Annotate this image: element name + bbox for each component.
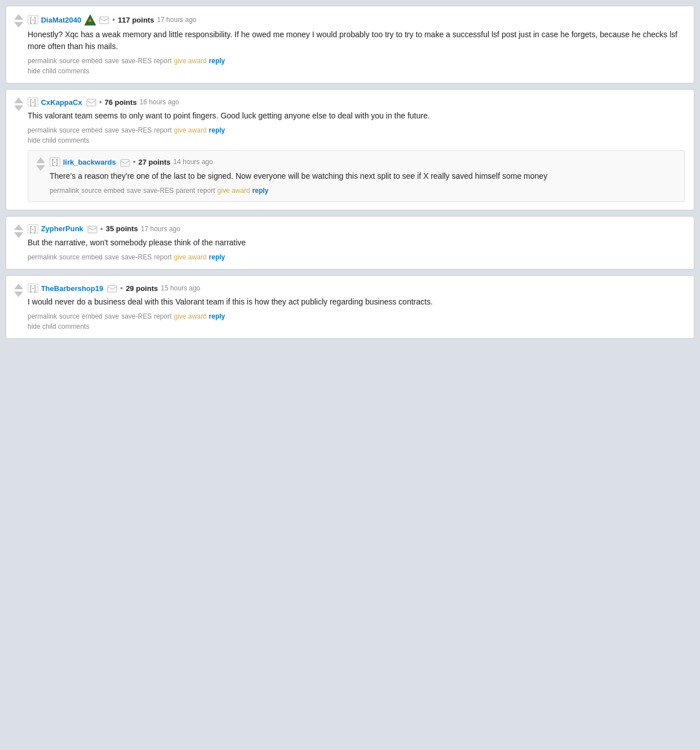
message-icon[interactable]: [106, 284, 117, 293]
action-permalink[interactable]: permalink: [28, 253, 57, 261]
username[interactable]: CxKappaCx: [41, 98, 82, 107]
username[interactable]: lirk_backwards: [63, 158, 116, 166]
upvote-button[interactable]: [14, 98, 23, 103]
action-source[interactable]: source: [59, 57, 79, 65]
comment-meta: [-] TheBarbershop19 • 29 points 15 hours…: [28, 284, 685, 293]
downvote-button[interactable]: [14, 292, 23, 297]
collapse-button[interactable]: [-]: [28, 224, 38, 233]
comment-actions: permalink source embed save save-RES rep…: [28, 312, 685, 320]
action-report[interactable]: report: [154, 312, 171, 320]
username[interactable]: DiaMat2040: [41, 16, 82, 24]
action-reply[interactable]: reply: [209, 312, 225, 320]
action-reply[interactable]: reply: [252, 187, 269, 195]
point-count: 117 points: [118, 16, 154, 24]
dot-separator: •: [100, 224, 103, 233]
action-reply[interactable]: reply: [209, 57, 225, 65]
action-reply[interactable]: reply: [209, 253, 225, 261]
message-icon[interactable]: [98, 15, 109, 24]
action-reply[interactable]: reply: [209, 126, 225, 134]
comment-actions: permalink source embed save save-RES rep…: [28, 253, 685, 261]
comment-text: Honestly? Xqc has a weak memory and litt…: [28, 29, 685, 52]
dot-separator: •: [99, 98, 102, 107]
action-give-award[interactable]: give award: [174, 57, 207, 65]
action-embed[interactable]: embed: [82, 126, 103, 134]
action-save[interactable]: save: [105, 312, 119, 320]
comment-text: This valorant team seems to only want to…: [28, 110, 685, 122]
action-permalink[interactable]: permalink: [28, 57, 57, 65]
comment-text: I would never do a business deal with th…: [28, 296, 685, 308]
collapse-button[interactable]: [-]: [28, 284, 38, 293]
action-embed[interactable]: embed: [82, 57, 103, 65]
collapse-button[interactable]: [-]: [28, 98, 38, 107]
action-give-award[interactable]: give award: [174, 253, 207, 261]
comment-actions: permalink source embed save save-RES rep…: [28, 126, 685, 134]
downvote-button[interactable]: [14, 105, 23, 111]
dot-separator: •: [120, 284, 123, 293]
action-source[interactable]: source: [59, 126, 79, 134]
hide-child-comments[interactable]: hide child comments: [28, 323, 685, 330]
action-report[interactable]: report: [154, 253, 171, 261]
action-save-RES[interactable]: save-RES: [121, 57, 152, 65]
username[interactable]: ZypherPunk: [41, 224, 83, 233]
point-count: 76 points: [105, 98, 137, 107]
comment-card: [-] CxKappaCx • 76 points 16 hours ago T…: [6, 89, 694, 210]
action-report[interactable]: report: [154, 57, 171, 65]
comment-card: [-] DiaMat2040 • 117 points 17 hours ago: [6, 6, 694, 83]
upvote-button[interactable]: [36, 157, 45, 163]
action-give-award[interactable]: give award: [174, 312, 207, 320]
action-save-RES[interactable]: save-RES: [121, 253, 152, 261]
action-save[interactable]: save: [105, 57, 119, 65]
action-give-award[interactable]: give award: [174, 126, 207, 134]
message-icon[interactable]: [85, 98, 96, 107]
collapse-button[interactable]: [-]: [50, 157, 60, 166]
timestamp: 16 hours ago: [140, 98, 179, 106]
action-source[interactable]: source: [81, 187, 101, 195]
svg-rect-6: [100, 17, 109, 24]
action-save-RES[interactable]: save-RES: [143, 187, 174, 195]
vote-column: [14, 14, 23, 28]
downvote-button[interactable]: [36, 165, 45, 171]
hide-child-comments[interactable]: hide child comments: [28, 67, 685, 75]
comment-card: [-] TheBarbershop19 • 29 points 15 hours…: [6, 275, 694, 339]
downvote-button[interactable]: [14, 22, 23, 28]
hide-child-comments[interactable]: hide child comments: [28, 136, 685, 144]
action-parent[interactable]: parent: [176, 187, 195, 195]
username[interactable]: TheBarbershop19: [41, 284, 104, 293]
comment-meta: [-] ZypherPunk • 35 points 17 hours ago: [28, 224, 685, 233]
vote-column: [14, 284, 23, 297]
timestamp: 17 hours ago: [141, 225, 180, 233]
comment-actions: permalink source embed save save-RES par…: [50, 187, 676, 195]
message-icon[interactable]: [86, 224, 98, 233]
action-save[interactable]: save: [105, 253, 119, 261]
comment-actions: permalink source embed save save-RES rep…: [28, 57, 685, 65]
comment-meta: [-] lirk_backwards • 27 points 14 hours …: [50, 157, 676, 166]
action-permalink[interactable]: permalink: [28, 126, 57, 134]
action-give-award[interactable]: give award: [218, 187, 250, 195]
action-report[interactable]: report: [197, 187, 215, 195]
downvote-button[interactable]: [14, 232, 23, 238]
svg-rect-8: [121, 160, 130, 166]
comment-meta: [-] DiaMat2040 • 117 points 17 hours ago: [28, 14, 685, 25]
action-source[interactable]: source: [59, 312, 79, 320]
action-permalink[interactable]: permalink: [50, 187, 79, 195]
action-embed[interactable]: embed: [82, 253, 103, 261]
svg-rect-7: [87, 99, 96, 106]
upvote-button[interactable]: [14, 14, 23, 20]
action-save-RES[interactable]: save-RES: [121, 312, 152, 320]
action-save[interactable]: save: [127, 187, 141, 195]
action-permalink[interactable]: permalink: [28, 312, 57, 320]
message-icon[interactable]: [119, 157, 130, 166]
action-embed[interactable]: embed: [104, 187, 125, 195]
action-source[interactable]: source: [59, 253, 79, 261]
action-embed[interactable]: embed: [82, 312, 103, 320]
flair-icon: [84, 14, 95, 25]
upvote-button[interactable]: [14, 284, 23, 289]
action-save[interactable]: save: [105, 126, 119, 134]
action-save-RES[interactable]: save-RES: [121, 126, 152, 134]
collapse-button[interactable]: [-]: [28, 15, 38, 24]
dot-separator: •: [133, 157, 136, 166]
vote-column: [14, 224, 23, 238]
upvote-button[interactable]: [14, 224, 23, 230]
timestamp: 17 hours ago: [157, 16, 196, 24]
action-report[interactable]: report: [154, 126, 171, 134]
